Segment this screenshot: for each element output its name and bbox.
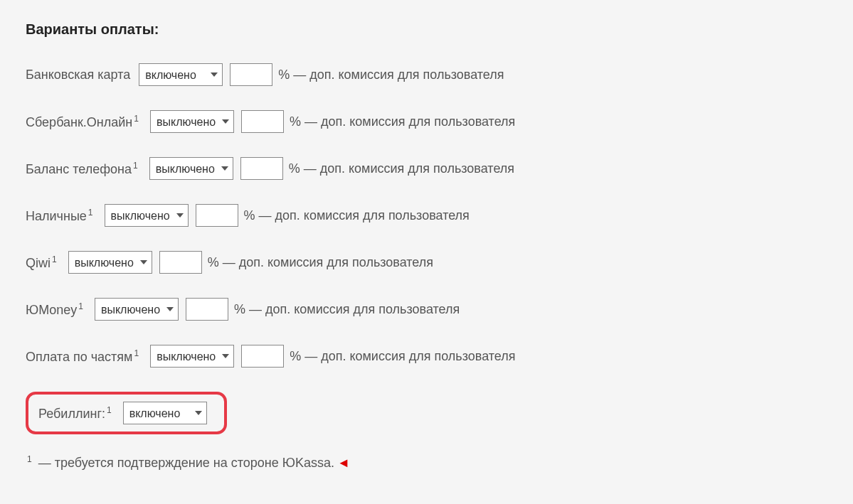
payment-label: Сбербанк.Онлайн1 xyxy=(26,114,142,130)
commission-input[interactable] xyxy=(240,157,283,180)
payment-row: Наличные1включеновыключено% — доп. комис… xyxy=(26,204,827,227)
payment-status-select[interactable]: включеновыключено xyxy=(105,204,189,227)
commission-input[interactable] xyxy=(196,204,238,227)
payment-label: Баланс телефона1 xyxy=(26,161,141,177)
commission-suffix: % — доп. комиссия для пользователя xyxy=(290,114,515,129)
footnote: 1 — требуется подтверждение на стороне Ю… xyxy=(26,454,827,471)
commission-suffix: % — доп. комиссия для пользователя xyxy=(244,208,470,223)
footnote-ref: 1 xyxy=(52,254,57,264)
rebilling-label: Ребиллинг:1 xyxy=(38,405,115,422)
section-title: Варианты оплаты: xyxy=(26,21,827,38)
footnote-ref: 1 xyxy=(134,114,139,124)
payment-status-select[interactable]: включеновыключено xyxy=(95,298,179,321)
footnote-ref: 1 xyxy=(133,161,138,171)
payment-row: Банковская картавключеновыключено% — доп… xyxy=(26,63,827,86)
commission-input[interactable] xyxy=(159,251,202,274)
commission-suffix: % — доп. комиссия для пользователя xyxy=(208,255,433,270)
commission-suffix: % — доп. комиссия для пользователя xyxy=(234,302,460,317)
rebilling-select[interactable]: включено выключено xyxy=(123,402,207,424)
payment-label: Оплата по частям1 xyxy=(26,348,142,365)
commission-suffix: % — доп. комиссия для пользователя xyxy=(289,161,514,176)
payment-status-select[interactable]: включеновыключено xyxy=(150,345,234,368)
commission-input[interactable] xyxy=(186,298,228,321)
payment-status-select[interactable]: включеновыключено xyxy=(149,157,233,180)
payment-row: Баланс телефона1включеновыключено% — доп… xyxy=(26,157,827,180)
payment-label: Наличные1 xyxy=(26,208,96,224)
payment-row: Сбербанк.Онлайн1включеновыключено% — доп… xyxy=(26,110,827,133)
payment-status-select[interactable]: включеновыключено xyxy=(139,63,223,86)
commission-suffix: % — доп. комиссия для пользователя xyxy=(278,68,504,82)
footnote-dot: ◄ xyxy=(337,456,350,470)
payment-row: Оплата по частям1включеновыключено% — до… xyxy=(26,345,827,368)
footnote-ref: 1 xyxy=(134,348,139,358)
rebilling-highlight: Ребиллинг:1 включено выключено xyxy=(26,392,227,434)
payment-label: ЮMoney1 xyxy=(26,301,86,318)
commission-input[interactable] xyxy=(241,110,284,133)
commission-input[interactable] xyxy=(230,63,272,86)
payment-row: ЮMoney1включеновыключено% — доп. комисси… xyxy=(26,298,827,321)
footnote-ref: 1 xyxy=(107,405,112,415)
payment-label: Банковская карта xyxy=(26,68,130,82)
footnote-ref: 1 xyxy=(88,208,93,218)
payment-status-select[interactable]: включеновыключено xyxy=(68,251,152,274)
commission-input[interactable] xyxy=(241,345,284,368)
footnote-ref: 1 xyxy=(78,301,83,311)
commission-suffix: % — доп. комиссия для пользователя xyxy=(290,349,515,364)
payment-row: Qiwi1включеновыключено% — доп. комиссия … xyxy=(26,251,827,274)
payment-status-select[interactable]: включеновыключено xyxy=(150,110,234,133)
payment-label: Qiwi1 xyxy=(26,254,60,271)
